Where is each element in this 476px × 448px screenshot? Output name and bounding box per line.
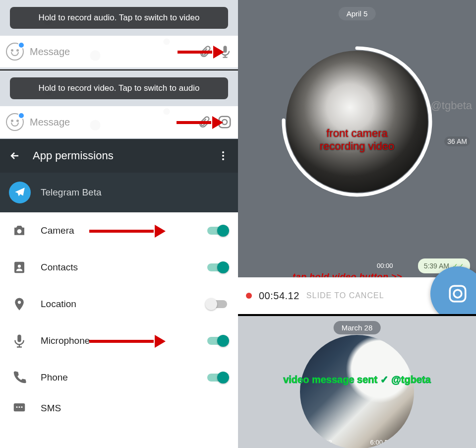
toggle-microphone[interactable] xyxy=(207,337,227,345)
recording-timer: 00:54.12 xyxy=(259,290,299,302)
telegram-icon xyxy=(9,182,31,203)
contacts-icon xyxy=(11,260,28,275)
check-icon: ✓✓ xyxy=(396,439,407,446)
annotation-recording: front camera recording video xyxy=(320,127,394,153)
toggle-phone[interactable] xyxy=(207,374,227,382)
watermark: @tgbeta xyxy=(431,99,473,112)
permission-label: Location xyxy=(41,299,194,310)
video-recording-panel: April 5 @tgbeta 36 AM front camera recor… xyxy=(238,0,476,314)
svg-point-17 xyxy=(454,290,462,298)
peek-time: 36 AM xyxy=(444,136,470,146)
app-name: Telegram Beta xyxy=(41,187,102,198)
red-arrow-icon xyxy=(178,49,222,55)
permission-row-contacts: Contacts xyxy=(0,249,238,286)
permission-label: Phone xyxy=(41,372,194,383)
permission-label: Contacts xyxy=(41,262,194,273)
record-dot-icon xyxy=(246,293,252,299)
svg-point-9 xyxy=(18,301,21,304)
sms-icon xyxy=(11,401,28,416)
permission-row-camera: Camera xyxy=(0,212,238,249)
svg-point-13 xyxy=(19,406,20,408)
toggle-camera[interactable] xyxy=(207,227,227,235)
record-tooltip-video: Hold to record video. Tap to switch to a… xyxy=(10,77,228,99)
svg-point-3 xyxy=(222,151,224,153)
svg-point-4 xyxy=(222,155,224,157)
date-badge: April 5 xyxy=(339,7,376,20)
record-tooltip-audio: Hold to record audio. Tap to switch to v… xyxy=(10,7,228,29)
message-input[interactable]: Message xyxy=(30,46,172,58)
phone-icon xyxy=(11,370,28,385)
svg-point-12 xyxy=(16,406,18,408)
red-arrow-icon xyxy=(177,119,221,125)
chat-input-panel-video: Hold to record video. Tap to switch to a… xyxy=(0,69,238,139)
annotation-sent: video message sent ✓ @tgbeta xyxy=(283,374,431,385)
permission-row-phone: Phone xyxy=(0,359,238,396)
date-badge: March 28 xyxy=(334,321,381,334)
svg-point-5 xyxy=(222,158,224,160)
camera-preview xyxy=(286,51,428,192)
emoji-icon[interactable] xyxy=(6,43,24,61)
bubble-duration: 00:00 xyxy=(377,262,393,269)
location-icon xyxy=(11,297,28,312)
svg-point-6 xyxy=(17,229,22,234)
red-arrow-icon xyxy=(89,338,164,344)
permission-row-microphone: Microphone xyxy=(0,322,238,359)
video-sent-time: 6:00 PM ✓✓ xyxy=(370,439,407,446)
toggle-location[interactable] xyxy=(207,300,227,308)
emoji-icon[interactable] xyxy=(6,113,24,131)
message-input[interactable]: Message xyxy=(30,117,171,128)
svg-rect-16 xyxy=(450,286,466,302)
camera-icon xyxy=(11,223,28,238)
permission-row-sms: SMS xyxy=(0,396,238,421)
red-arrow-icon xyxy=(89,228,164,234)
svg-point-14 xyxy=(21,406,23,408)
app-identity-row: Telegram Beta xyxy=(0,173,238,212)
svg-point-8 xyxy=(18,264,21,267)
permission-row-location: Location xyxy=(0,286,238,322)
more-icon[interactable] xyxy=(217,150,229,162)
message-input-bar: Message xyxy=(0,106,238,138)
video-duration: 00:02 xyxy=(309,439,332,446)
chat-input-panel-audio: Hold to record audio. Tap to switch to v… xyxy=(0,0,238,69)
permission-label: SMS xyxy=(41,403,227,414)
message-input-bar: Message xyxy=(0,36,238,67)
permissions-header: App permissions xyxy=(0,139,238,173)
toggle-contacts[interactable] xyxy=(207,263,227,271)
svg-point-18 xyxy=(309,441,313,445)
video-message-thumbnail[interactable]: 00:02 6:00 PM ✓✓ xyxy=(300,335,414,448)
microphone-icon xyxy=(11,333,28,348)
app-permissions-screen: App permissions Telegram Beta Camera Co xyxy=(0,139,238,448)
video-preview-circle xyxy=(280,45,434,198)
svg-rect-10 xyxy=(17,335,21,342)
page-title: App permissions xyxy=(33,149,205,162)
slide-to-cancel[interactable]: SLIDE TO CANCEL xyxy=(306,291,384,300)
video-sent-panel: March 28 00:02 6:00 PM ✓✓ video message … xyxy=(238,314,476,448)
back-icon[interactable] xyxy=(9,150,21,162)
